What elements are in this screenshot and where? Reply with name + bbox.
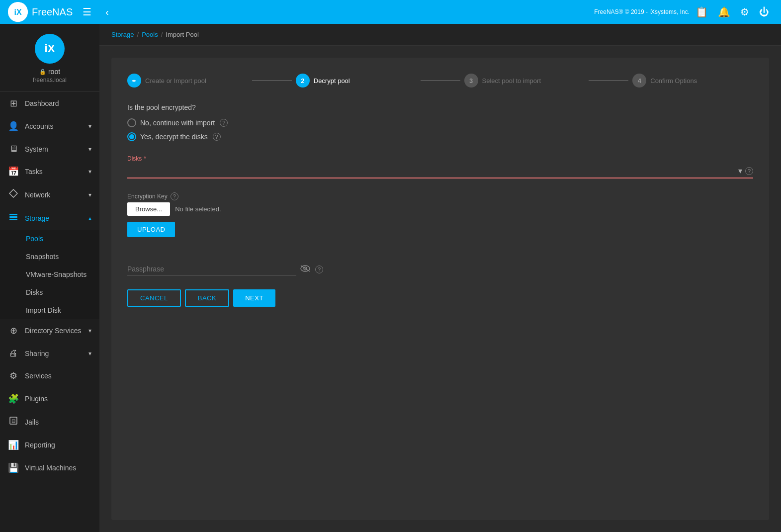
encryption-key-label: Encryption Key ? — [127, 192, 753, 200]
back-button[interactable]: BACK — [185, 289, 229, 307]
disks-section: Disks * ▾ ? — [127, 155, 753, 178]
breadcrumb-pools[interactable]: Pools — [142, 31, 158, 38]
sidebar-item-import-disk[interactable]: Import Disk — [0, 301, 99, 319]
enc-key-help-icon[interactable]: ? — [171, 192, 178, 200]
sidebar-item-network[interactable]: Network ▾ — [0, 183, 99, 206]
storage-icon — [8, 212, 19, 224]
step-3-circle: 3 — [464, 74, 478, 88]
disks-dropdown-button[interactable]: ▾ — [736, 166, 744, 176]
sidebar-item-sharing[interactable]: 🖨 Sharing ▾ — [0, 342, 99, 364]
back-nav-button[interactable]: ‹ — [101, 4, 113, 20]
sidebar-item-tasks[interactable]: 📅 Tasks ▾ — [0, 160, 99, 183]
no-file-text: No file selected. — [175, 205, 221, 213]
avatar: iX — [35, 34, 65, 64]
sidebar-item-virtual-machines[interactable]: 💾 Virtual Machines — [0, 456, 99, 479]
enc-key-label-text: Encryption Key — [127, 193, 168, 200]
disks-input-row: ▾ ? — [127, 164, 753, 178]
jails-icon: ⊟ — [8, 416, 19, 428]
sidebar-item-vmware-snapshots[interactable]: VMware-Snapshots — [0, 266, 99, 283]
sidebar-item-label: Sharing — [25, 350, 49, 357]
sidebar-item-snapshots[interactable]: Snapshots — [0, 248, 99, 266]
passphrase-help-icon[interactable]: ? — [315, 266, 323, 273]
cancel-button[interactable]: CANCEL — [127, 289, 181, 307]
radio-no-continue-input[interactable] — [127, 118, 136, 127]
encryption-question: Is the pool encrypted? — [127, 103, 753, 111]
sidebar-item-storage[interactable]: Storage ▴ — [0, 206, 99, 230]
snapshots-label: Snapshots — [26, 253, 59, 261]
sidebar-item-label: Plugins — [25, 395, 48, 403]
next-button[interactable]: NEXT — [233, 289, 275, 307]
action-row: CANCEL BACK NEXT — [127, 289, 753, 307]
radio-yes-decrypt[interactable]: Yes, decrypt the disks ? — [127, 132, 753, 141]
sidebar-item-accounts[interactable]: 👤 Accounts ▾ — [0, 115, 99, 138]
svg-rect-3 — [9, 214, 17, 215]
upload-button[interactable]: UPLOAD — [127, 222, 175, 237]
browse-button[interactable]: Browse... — [127, 202, 170, 216]
sidebar-item-dashboard[interactable]: ⊞ Dashboard — [0, 92, 99, 115]
hamburger-icon: ☰ — [83, 6, 91, 18]
virtual-machines-icon: 💾 — [8, 462, 19, 473]
notifications-button[interactable]: 🔔 — [714, 4, 734, 20]
menu-toggle-button[interactable]: ☰ — [79, 4, 95, 20]
username-label: root — [48, 68, 60, 76]
wizard-card: ✏ Create or Import pool 2 Decrypt pool 3… — [111, 58, 769, 520]
sidebar-item-reporting[interactable]: 📊 Reporting — [0, 434, 99, 456]
breadcrumb-current: Import Pool — [166, 31, 198, 38]
step-1: ✏ Create or Import pool — [127, 74, 248, 88]
chevron-down-icon: ▾ — [88, 146, 91, 153]
step-connector-1 — [252, 80, 292, 81]
disks-input[interactable] — [127, 167, 736, 175]
sidebar-item-jails[interactable]: ⊟ Jails — [0, 410, 99, 434]
passphrase-visibility-toggle[interactable] — [300, 264, 310, 274]
settings-button[interactable]: ⚙ — [736, 4, 753, 20]
disks-label-text: Disks — [127, 155, 142, 162]
sidebar-item-label: Dashboard — [25, 99, 59, 107]
step-3: 3 Select pool to import — [464, 74, 585, 88]
power-button[interactable]: ⏻ — [755, 4, 773, 20]
accounts-icon: 👤 — [8, 121, 19, 132]
steps-bar: ✏ Create or Import pool 2 Decrypt pool 3… — [127, 74, 753, 88]
chevron-down-icon: ▾ — [88, 350, 91, 357]
tasks-icon: 📅 — [8, 166, 19, 177]
sidebar-item-disks[interactable]: Disks — [0, 283, 99, 301]
step-2: 2 Decrypt pool — [296, 74, 417, 88]
topbar-left: iX FreeNAS ☰ ‹ — [8, 2, 113, 22]
svg-rect-5 — [9, 219, 17, 220]
disks-help-icon[interactable]: ? — [745, 167, 753, 175]
tasks-icon-button[interactable]: 📋 — [692, 4, 712, 20]
gear-icon: ⚙ — [740, 6, 749, 18]
sidebar-item-directory-services[interactable]: ⊕ Directory Services ▾ — [0, 319, 99, 342]
freenas-logo-icon: iX — [8, 2, 28, 22]
import-disk-label: Import Disk — [26, 306, 61, 314]
sidebar-item-plugins[interactable]: 🧩 Plugins — [0, 387, 99, 410]
chevron-down-icon: ▾ — [88, 327, 91, 334]
breadcrumb-storage[interactable]: Storage — [111, 31, 134, 38]
encryption-question-section: Is the pool encrypted? No, continue with… — [127, 103, 753, 141]
step-4: 4 Confirm Options — [632, 74, 753, 88]
step-1-label: Create or Import pool — [145, 77, 206, 85]
dashboard-icon: ⊞ — [8, 98, 19, 109]
sidebar-item-services[interactable]: ⚙ Services — [0, 364, 99, 387]
reporting-icon: 📊 — [8, 440, 19, 450]
copyright-text: FreeNAS® © 2019 - iXsystems, Inc. — [594, 8, 690, 15]
bell-icon: 🔔 — [718, 6, 730, 18]
step-3-label: Select pool to import — [482, 77, 541, 85]
step-4-label: Confirm Options — [650, 77, 697, 85]
breadcrumb-sep-2: / — [161, 31, 163, 38]
chevron-up-icon: ▴ — [88, 215, 91, 222]
system-icon: 🖥 — [8, 144, 19, 154]
sidebar-item-pools[interactable]: Pools — [0, 230, 99, 248]
passphrase-input[interactable] — [127, 263, 296, 275]
step-2-circle: 2 — [296, 74, 310, 88]
svg-rect-4 — [9, 216, 17, 218]
sidebar-item-label: System — [25, 145, 48, 153]
topbar: iX FreeNAS ☰ ‹ FreeNAS® © 2019 - iXsyste… — [0, 0, 781, 24]
pools-label: Pools — [26, 235, 43, 243]
help-icon-yes-decrypt[interactable]: ? — [213, 133, 221, 141]
sidebar: iX 🔒 root freenas.local ⊞ Dashboard 👤 Ac… — [0, 24, 99, 532]
radio-no-continue[interactable]: No, continue with import ? — [127, 118, 753, 127]
sidebar-item-system[interactable]: 🖥 System ▾ — [0, 138, 99, 160]
plugins-icon: 🧩 — [8, 393, 19, 404]
help-icon-no-continue[interactable]: ? — [220, 119, 228, 127]
radio-yes-decrypt-input[interactable] — [127, 132, 136, 141]
